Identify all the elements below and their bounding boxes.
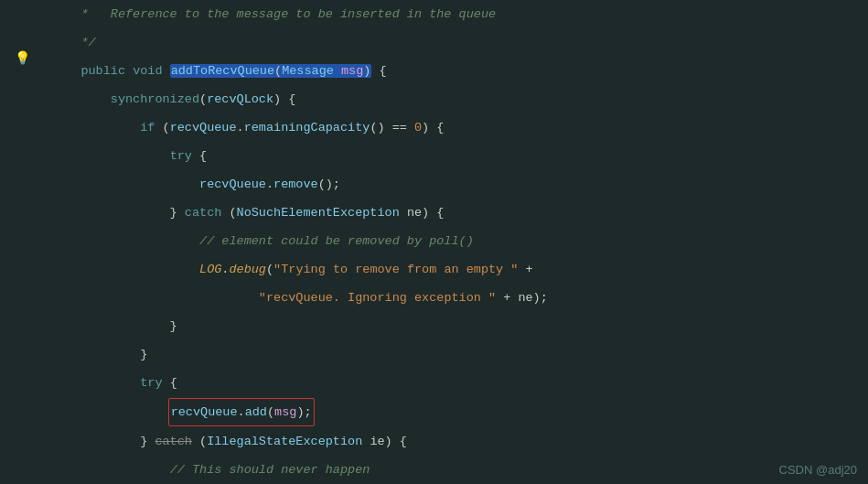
line-content-4: synchronized(recvQLock) {: [46, 86, 868, 113]
line-content-3: public void addToRecvQueue(Message msg) …: [46, 58, 868, 84]
code-line-7: recvQueue.remove();: [0, 170, 868, 199]
line-content-5: if (recvQueue.remainingCapacity() == 0) …: [46, 114, 868, 141]
line-content-2: */: [46, 29, 868, 56]
line-content-8: } catch (NoSuchElementException ne) {: [46, 199, 868, 226]
code-line-9: // element could be removed by poll(): [0, 227, 868, 255]
line-content-15: recvQueue.add(msg);: [46, 398, 868, 426]
code-line-4: synchronized(recvQLock) {: [0, 85, 868, 113]
code-line-8: } catch (NoSuchElementException ne) {: [0, 199, 868, 227]
line-content-16: } catch (IllegalStateException ie) {: [46, 428, 868, 455]
line-content-9: // element could be removed by poll(): [46, 228, 868, 254]
line-content-17: // This should never happen: [46, 457, 868, 483]
code-line-12: }: [0, 312, 868, 340]
code-line-2: */: [0, 28, 868, 57]
watermark: CSDN @adj20: [779, 463, 857, 477]
code-editor: * Reference to the message to be inserte…: [0, 0, 868, 484]
code-line-11: "recvQueue. Ignoring exception " + ne);: [0, 284, 868, 312]
line-content-1: * Reference to the message to be inserte…: [46, 1, 868, 27]
code-line-16: } catch (IllegalStateException ie) {: [0, 427, 868, 456]
bulb-icon[interactable]: 💡: [15, 50, 30, 66]
line-content-10: LOG.debug("Trying to remove from an empt…: [46, 256, 868, 283]
line-content-11: "recvQueue. Ignoring exception " + ne);: [46, 285, 868, 311]
code-line-17: // This should never happen: [0, 456, 868, 484]
line-content-6: try {: [46, 143, 868, 169]
method-highlight: addToRecvQueue(Message msg): [170, 64, 372, 78]
line-content-14: try {: [46, 370, 868, 396]
code-line-13: }: [0, 340, 868, 369]
line-content-12: }: [46, 313, 868, 339]
code-line-5: if (recvQueue.remainingCapacity() == 0) …: [0, 113, 868, 142]
red-box-highlight: recvQueue.add(msg);: [168, 398, 315, 426]
line-content-13: }: [46, 341, 868, 368]
code-line-14: try {: [0, 369, 868, 397]
code-line-15: recvQueue.add(msg);: [0, 397, 868, 427]
code-line-1: * Reference to the message to be inserte…: [0, 0, 868, 28]
code-line-6: try {: [0, 142, 868, 170]
code-line-10: LOG.debug("Trying to remove from an empt…: [0, 255, 868, 284]
line-content-7: recvQueue.remove();: [46, 171, 868, 198]
code-line-3: 💡 public void addToRecvQueue(Message msg…: [0, 57, 868, 85]
